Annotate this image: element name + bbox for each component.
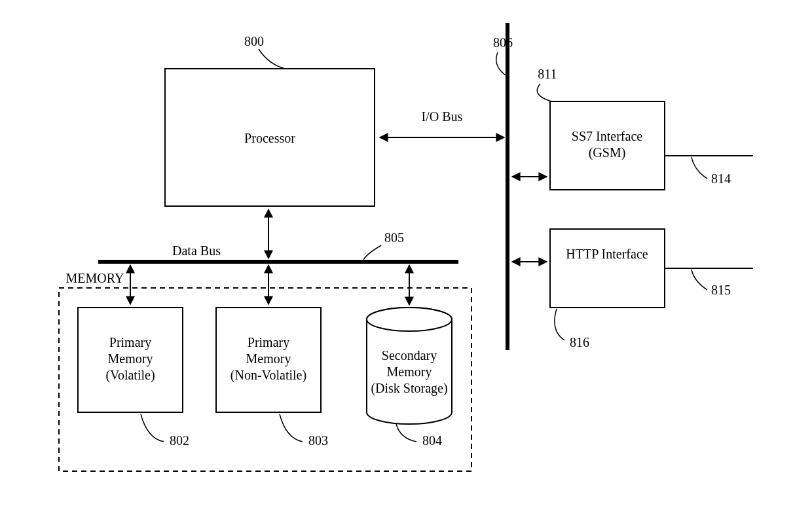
memory-group-label: MEMORY [66,271,124,285]
ref-802: 802 [170,433,189,448]
http-l1: HTTP Interface [566,247,648,261]
ss7-l2: (GSM) [589,145,626,160]
leader-804 [396,424,416,442]
primary-volatile-l1: Primary [109,335,151,350]
secondary-l3: (Disk Storage) [371,381,447,396]
ref-806: 806 [493,35,513,50]
primary-volatile-l2: Memory [108,351,153,366]
secondary-l1: Secondary [382,348,437,363]
data-bus-label: Data Bus [172,243,221,258]
ref-803: 803 [308,433,328,448]
leader-814 [692,157,707,179]
leader-806 [496,52,506,75]
processor-label: Processor [244,131,295,145]
ref-815: 815 [711,283,731,297]
primary-volatile-l3: (Volatile) [105,368,155,383]
svg-point-1 [367,308,452,331]
system-architecture-diagram: Processor 800 806 I/O Bus Data Bus 805 M… [0,0,812,515]
io-bus-label: I/O Bus [422,109,463,124]
leader-802 [141,414,164,442]
primary-nonvolatile-l2: Memory [246,351,291,366]
ref-814: 814 [711,171,731,186]
ref-805: 805 [384,230,404,245]
leader-800 [259,49,285,69]
primary-nonvolatile-l1: Primary [248,335,289,350]
http-interface-block [550,229,665,308]
ref-811: 811 [538,67,557,81]
ref-800: 800 [244,34,264,48]
leader-816 [555,309,564,340]
primary-nonvolatile-l3: (Non-Volatile) [231,368,306,383]
ref-816: 816 [570,335,589,349]
secondary-l2: Memory [387,364,432,380]
leader-805 [363,245,381,260]
ref-804: 804 [422,433,442,448]
ss7-l1: SS7 Interface [572,129,642,143]
leader-815 [692,270,707,290]
leader-803 [280,414,303,442]
leader-811 [537,84,551,101]
